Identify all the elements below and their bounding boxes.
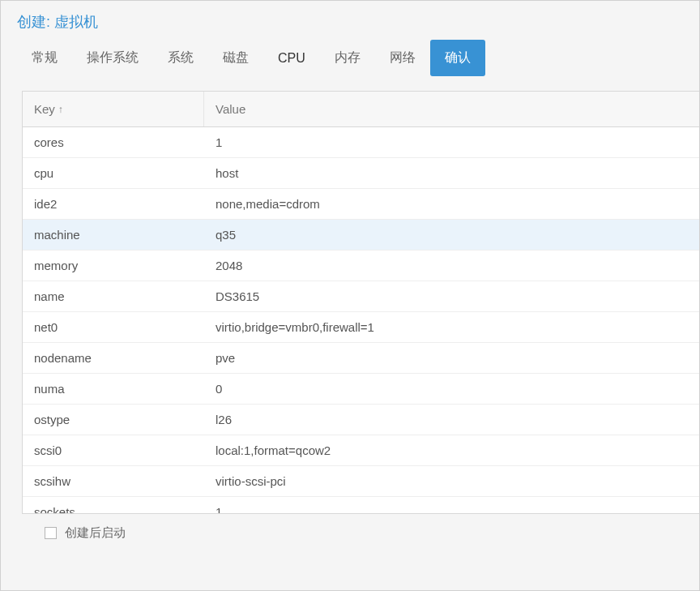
table-row[interactable]: cpuhost [23, 158, 699, 189]
cell-key: ide2 [23, 197, 204, 211]
cell-value: 2048 [204, 259, 699, 272]
column-value-label: Value [216, 102, 245, 116]
table-body: cores1cpuhostide2none,media=cdrommachine… [23, 127, 699, 514]
table-row[interactable]: scsi0local:1,format=qcow2 [23, 435, 699, 466]
create-vm-dialog: 创建: 虚拟机 常规 操作系统 系统 磁盘 CPU 内存 网络 确认 Key ↑… [0, 0, 700, 591]
dialog-footer: 创建后启动 [22, 514, 699, 541]
cell-key: scsi0 [23, 443, 204, 457]
table-row[interactable]: nodenamepve [23, 343, 699, 374]
tab-cpu[interactable]: CPU [263, 41, 320, 75]
cell-value: pve [204, 351, 699, 365]
table-header: Key ↑ Value [23, 92, 699, 127]
tab-general[interactable]: 常规 [17, 40, 72, 76]
confirm-content: Key ↑ Value cores1cpuhostide2none,media=… [1, 76, 699, 541]
cell-key: name [23, 289, 204, 303]
start-after-create-checkbox[interactable] [45, 527, 57, 539]
cell-value: local:1,format=qcow2 [204, 443, 699, 457]
cell-key: cores [23, 135, 204, 149]
table-row[interactable]: machineq35 [23, 220, 699, 251]
tab-system[interactable]: 系统 [153, 40, 208, 76]
table-row[interactable]: memory2048 [23, 251, 699, 281]
cell-value: virtio-scsi-pci [204, 474, 699, 488]
cell-key: nodename [23, 351, 204, 365]
start-after-create-label: 创建后启动 [65, 525, 126, 541]
column-header-key[interactable]: Key ↑ [23, 92, 204, 126]
cell-value: 1 [204, 135, 699, 149]
wizard-tabbar: 常规 操作系统 系统 磁盘 CPU 内存 网络 确认 [1, 40, 699, 76]
cell-key: ostype [23, 413, 204, 426]
cell-key: cpu [23, 166, 204, 180]
cell-value: virtio,bridge=vmbr0,firewall=1 [204, 320, 699, 334]
tab-confirm[interactable]: 确认 [430, 40, 485, 76]
table-row[interactable]: ostypel26 [23, 405, 699, 435]
table-row[interactable]: nameDS3615 [23, 281, 699, 312]
cell-value: none,media=cdrom [204, 197, 699, 211]
table-row[interactable]: numa0 [23, 374, 699, 405]
column-key-label: Key [34, 102, 55, 116]
cell-value: DS3615 [204, 289, 699, 303]
cell-value: host [204, 166, 699, 180]
cell-value: l26 [204, 413, 699, 426]
tab-network[interactable]: 网络 [375, 40, 430, 76]
tab-os[interactable]: 操作系统 [72, 40, 153, 76]
cell-key: net0 [23, 320, 204, 334]
cell-key: numa [23, 382, 204, 396]
table-row[interactable]: ide2none,media=cdrom [23, 189, 699, 220]
tab-memory[interactable]: 内存 [320, 40, 375, 76]
table-row[interactable]: sockets1 [23, 497, 699, 514]
cell-key: machine [23, 228, 204, 242]
column-header-value[interactable]: Value [204, 102, 699, 116]
cell-value: q35 [204, 228, 699, 242]
table-row[interactable]: scsihwvirtio-scsi-pci [23, 466, 699, 497]
table-row[interactable]: cores1 [23, 127, 699, 158]
sort-asc-icon: ↑ [58, 104, 63, 115]
cell-key: scsihw [23, 474, 204, 488]
dialog-title: 创建: 虚拟机 [1, 1, 699, 40]
cell-key: memory [23, 259, 204, 272]
tab-disk[interactable]: 磁盘 [208, 40, 263, 76]
summary-table: Key ↑ Value cores1cpuhostide2none,media=… [22, 91, 699, 514]
table-row[interactable]: net0virtio,bridge=vmbr0,firewall=1 [23, 312, 699, 343]
cell-value: 1 [204, 505, 699, 514]
cell-key: sockets [23, 505, 204, 514]
cell-value: 0 [204, 382, 699, 396]
